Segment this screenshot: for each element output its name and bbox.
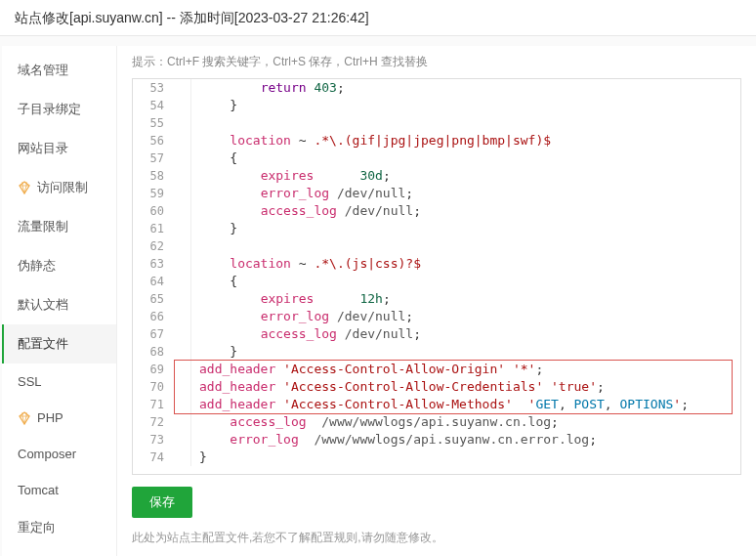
fold-gutter xyxy=(174,114,191,132)
code-line[interactable]: 60 access_log /dev/null; xyxy=(133,202,740,220)
fold-gutter xyxy=(174,132,191,150)
line-number: 56 xyxy=(133,132,174,150)
fold-gutter xyxy=(174,308,191,325)
code-content[interactable]: add_header 'Access-Control-Allow-Methods… xyxy=(191,396,689,413)
code-line[interactable]: 56 location ~ .*\.(gif|jpg|jpeg|png|bmp|… xyxy=(133,132,740,150)
code-content[interactable]: error_log /dev/null; xyxy=(191,308,413,325)
code-content[interactable]: } xyxy=(191,449,207,466)
sidebar-item-1[interactable]: 子目录绑定 xyxy=(2,90,116,129)
sidebar-item-12[interactable]: 重定向 xyxy=(2,508,116,547)
sidebar-item-label: 子目录绑定 xyxy=(18,101,81,118)
fold-gutter xyxy=(174,413,191,431)
sidebar-item-label: 重定向 xyxy=(18,519,56,536)
main-panel: 提示：Ctrl+F 搜索关键字，Ctrl+S 保存，Ctrl+H 查找替换 53… xyxy=(117,46,756,556)
fold-gutter xyxy=(174,202,191,220)
sidebar-item-label: Composer xyxy=(18,447,76,461)
code-line[interactable]: 71add_header 'Access-Control-Allow-Metho… xyxy=(133,396,740,413)
code-line[interactable]: 57 { xyxy=(133,150,740,167)
code-line[interactable]: 64 { xyxy=(133,273,740,290)
diamond-icon xyxy=(18,181,31,194)
sidebar-item-2[interactable]: 网站目录 xyxy=(2,129,116,168)
code-content[interactable] xyxy=(191,237,199,255)
line-number: 68 xyxy=(133,343,174,361)
code-line[interactable]: 59 error_log /dev/null; xyxy=(133,185,740,202)
code-line[interactable]: 70add_header 'Access-Control-Allow-Crede… xyxy=(133,378,740,396)
code-line[interactable]: 74} xyxy=(133,449,740,466)
config-footnote: 此处为站点主配置文件,若您不了解配置规则,请勿随意修改。 xyxy=(132,530,741,546)
code-content[interactable]: expires 12h; xyxy=(191,290,391,308)
sidebar-item-label: 默认文档 xyxy=(18,296,68,314)
code-line[interactable]: 68 } xyxy=(133,343,740,361)
line-number: 66 xyxy=(133,308,174,325)
sidebar-item-0[interactable]: 域名管理 xyxy=(2,51,116,90)
code-content[interactable]: } xyxy=(191,97,237,114)
fold-gutter xyxy=(174,361,191,378)
line-number: 69 xyxy=(133,361,174,378)
code-content[interactable]: add_header 'Access-Control-Allow-Credent… xyxy=(191,378,605,396)
sidebar-item-label: SSL xyxy=(18,374,42,389)
sidebar-item-10[interactable]: Composer xyxy=(2,436,116,472)
code-line[interactable]: 69add_header 'Access-Control-Allow-Origi… xyxy=(133,361,740,378)
code-line[interactable]: 55 xyxy=(133,114,740,132)
fold-gutter xyxy=(174,343,191,361)
line-number: 65 xyxy=(133,290,174,308)
code-content[interactable]: add_header 'Access-Control-Allow-Origin'… xyxy=(191,361,543,378)
code-line[interactable]: 65 expires 12h; xyxy=(133,290,740,308)
code-line[interactable]: 67 access_log /dev/null; xyxy=(133,325,740,343)
code-line[interactable]: 61 } xyxy=(133,220,740,237)
fold-gutter xyxy=(174,79,191,97)
code-content[interactable]: access_log /dev/null; xyxy=(191,202,421,220)
sidebar-item-8[interactable]: SSL xyxy=(2,364,116,400)
sidebar-item-5[interactable]: 伪静态 xyxy=(2,246,116,285)
line-number: 55 xyxy=(133,114,174,132)
code-content[interactable] xyxy=(191,114,199,132)
fold-gutter xyxy=(174,185,191,202)
code-content[interactable]: } xyxy=(191,220,237,237)
code-content[interactable]: error_log /www/wwwlogs/api.suyanw.cn.err… xyxy=(191,431,597,449)
fold-gutter xyxy=(174,255,191,273)
code-content[interactable]: access_log /www/wwwlogs/api.suyanw.cn.lo… xyxy=(191,413,559,431)
code-line[interactable]: 62 xyxy=(133,237,740,255)
fold-gutter xyxy=(174,396,191,413)
code-line[interactable]: 66 error_log /dev/null; xyxy=(133,308,740,325)
code-content[interactable]: location ~ .*\.(gif|jpg|jpeg|png|bmp|swf… xyxy=(191,132,551,150)
sidebar-item-label: 网站目录 xyxy=(18,140,68,157)
code-content[interactable]: { xyxy=(191,273,237,290)
sidebar-item-9[interactable]: PHP xyxy=(2,400,116,436)
fold-gutter xyxy=(174,431,191,449)
code-content[interactable]: return 403; xyxy=(191,79,345,97)
line-number: 72 xyxy=(133,413,174,431)
fold-gutter xyxy=(174,325,191,343)
line-number: 64 xyxy=(133,273,174,290)
sidebar-item-7[interactable]: 配置文件 xyxy=(2,324,116,364)
code-line[interactable]: 73 error_log /www/wwwlogs/api.suyanw.cn.… xyxy=(133,431,740,449)
code-line[interactable]: 63 location ~ .*\.(js|css)?$ xyxy=(133,255,740,273)
config-editor[interactable]: 53 return 403;54 }5556 location ~ .*\.(g… xyxy=(132,78,741,475)
code-line[interactable]: 53 return 403; xyxy=(133,79,740,97)
code-content[interactable]: error_log /dev/null; xyxy=(191,185,413,202)
sidebar-item-6[interactable]: 默认文档 xyxy=(2,285,116,324)
sidebar-item-4[interactable]: 流量限制 xyxy=(2,207,116,246)
line-number: 53 xyxy=(133,79,174,97)
line-number: 62 xyxy=(133,237,174,255)
code-content[interactable]: expires 30d; xyxy=(191,167,391,185)
sidebar-item-11[interactable]: Tomcat xyxy=(2,472,116,508)
sidebar-item-label: Tomcat xyxy=(18,483,59,497)
code-content[interactable]: location ~ .*\.(js|css)?$ xyxy=(191,255,421,273)
code-line[interactable]: 58 expires 30d; xyxy=(133,167,740,185)
save-button[interactable]: 保存 xyxy=(132,487,192,518)
line-number: 57 xyxy=(133,150,174,167)
line-number: 71 xyxy=(133,396,174,413)
fold-gutter xyxy=(174,167,191,185)
fold-gutter xyxy=(174,97,191,114)
sidebar-item-label: 配置文件 xyxy=(18,335,68,353)
line-number: 74 xyxy=(133,449,174,466)
code-content[interactable]: { xyxy=(191,150,237,167)
sidebar-item-3[interactable]: 访问限制 xyxy=(2,168,116,207)
code-content[interactable]: } xyxy=(191,343,237,361)
sidebar-item-label: 伪静态 xyxy=(18,257,56,275)
code-content[interactable]: access_log /dev/null; xyxy=(191,325,421,343)
code-line[interactable]: 72 access_log /www/wwwlogs/api.suyanw.cn… xyxy=(133,413,740,431)
line-number: 61 xyxy=(133,220,174,237)
code-line[interactable]: 54 } xyxy=(133,97,740,114)
